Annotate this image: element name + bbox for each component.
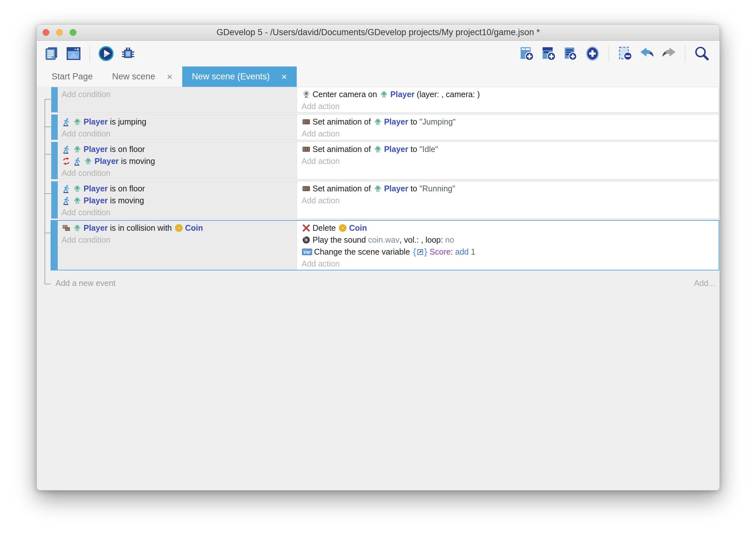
add-condition-button[interactable]: Add condition bbox=[61, 167, 297, 179]
add-comment-button[interactable] bbox=[562, 46, 579, 62]
event-tree-tick bbox=[45, 127, 51, 127]
condition-line[interactable]: Player is moving bbox=[61, 195, 297, 207]
add-condition-button[interactable]: Add condition bbox=[61, 207, 297, 219]
action-line[interactable]: Delete Coin bbox=[302, 222, 719, 234]
actions-cell[interactable]: Set animation of Player to "Idle"Add act… bbox=[297, 142, 719, 179]
add-condition-button[interactable]: Add condition bbox=[61, 234, 297, 246]
event-tree-tick bbox=[45, 99, 51, 100]
action-line[interactable]: VarChange the scene variable {}Score: ad… bbox=[302, 246, 719, 258]
action-line[interactable]: Set animation of Player to "Idle" bbox=[302, 143, 719, 155]
add-action-button[interactable]: Add action bbox=[302, 195, 719, 207]
text-segment: Player bbox=[84, 196, 108, 205]
event-row[interactable]: Add conditionCenter camera on Player (la… bbox=[51, 87, 719, 113]
event-handle[interactable] bbox=[51, 181, 58, 219]
debug-button[interactable] bbox=[120, 46, 136, 62]
text-segment: Center camera on bbox=[313, 90, 379, 99]
text-segment: Play the sound bbox=[313, 235, 368, 245]
zoom-window-button[interactable] bbox=[70, 29, 76, 36]
scene-editor-button[interactable] bbox=[65, 46, 82, 62]
redo-button[interactable] bbox=[661, 46, 677, 62]
text-segment: Set animation of bbox=[313, 145, 373, 154]
player-icon bbox=[73, 117, 82, 126]
close-icon[interactable]: × bbox=[167, 72, 172, 82]
conditions-cell[interactable]: Add condition bbox=[58, 87, 297, 112]
add-action-button[interactable]: Add action bbox=[302, 101, 719, 112]
event-tree-tick bbox=[45, 284, 51, 284]
condition-line[interactable]: Player is in collision with Coin bbox=[61, 222, 297, 234]
conditions-cell[interactable]: Player is in collision with CoinAdd cond… bbox=[58, 221, 297, 270]
action-line[interactable]: Set animation of Player to "Running" bbox=[302, 183, 719, 195]
animation-icon bbox=[302, 117, 311, 126]
event-row[interactable]: Player is in collision with CoinAdd cond… bbox=[51, 221, 719, 270]
play-icon bbox=[98, 46, 114, 62]
delete-event-button[interactable] bbox=[617, 46, 633, 62]
add-button-button[interactable] bbox=[585, 46, 601, 62]
event-row[interactable]: Player is on floorPlayer is movingAdd co… bbox=[51, 181, 719, 219]
action-line[interactable]: Play the sound coin.wav, vol.: , loop: n… bbox=[302, 234, 719, 246]
condition-line[interactable]: Player is jumping bbox=[61, 116, 297, 128]
add-button[interactable]: Add... bbox=[694, 278, 715, 288]
event-handle[interactable] bbox=[51, 114, 58, 140]
delete-icon bbox=[302, 224, 311, 232]
close-window-button[interactable] bbox=[43, 29, 49, 36]
player-icon bbox=[73, 224, 82, 232]
player-icon bbox=[73, 196, 82, 205]
add-condition-button[interactable]: Add condition bbox=[61, 128, 297, 140]
play-button[interactable] bbox=[98, 46, 114, 62]
text-segment: coin.wav bbox=[368, 235, 399, 245]
action-line[interactable]: Center camera on Player (layer: , camera… bbox=[302, 88, 719, 101]
tab-bar: Start PageNew scene×New scene (Events)× bbox=[37, 66, 720, 87]
event-handle[interactable] bbox=[51, 221, 58, 270]
text-segment: : bbox=[451, 247, 455, 257]
conditions-cell[interactable]: Player is on floorPlayer is movingAdd co… bbox=[58, 142, 297, 179]
text-segment: "Idle" bbox=[419, 145, 438, 154]
add-event-button[interactable] bbox=[519, 46, 535, 62]
add-action-button[interactable]: Add action bbox=[302, 258, 719, 270]
event-row[interactable]: Player is on floorPlayer is movingAdd co… bbox=[51, 142, 719, 180]
event-handle[interactable] bbox=[51, 142, 58, 179]
text-segment: Change the scene variable bbox=[314, 247, 412, 257]
tab-new-scene[interactable]: New scene× bbox=[102, 66, 182, 87]
add-condition-button[interactable]: Add condition bbox=[61, 88, 297, 101]
add-subevent-button[interactable] bbox=[541, 46, 557, 62]
add-action-button[interactable]: Add action bbox=[302, 128, 719, 140]
condition-line[interactable]: Player is on floor bbox=[61, 183, 297, 195]
add-action-button[interactable]: Add action bbox=[302, 155, 719, 167]
text-segment: Coin bbox=[185, 223, 203, 233]
tab-new-scene-events[interactable]: New scene (Events)× bbox=[182, 66, 297, 87]
event-tree-tick bbox=[45, 154, 51, 154]
player-icon bbox=[380, 90, 388, 99]
project-manager-button[interactable] bbox=[44, 46, 60, 62]
redo-icon bbox=[661, 46, 677, 62]
condition-line[interactable]: Player is moving bbox=[61, 155, 297, 167]
text-segment: Player bbox=[384, 184, 408, 193]
add-subevent-icon bbox=[541, 46, 557, 62]
text-segment: add bbox=[455, 247, 469, 257]
conditions-cell[interactable]: Player is on floorPlayer is movingAdd co… bbox=[58, 181, 297, 219]
event-handle[interactable] bbox=[51, 87, 58, 112]
tab-start-page[interactable]: Start Page bbox=[42, 66, 102, 87]
actions-cell[interactable]: Set animation of Player to "Running"Add … bbox=[297, 181, 719, 219]
text-segment: Player bbox=[384, 117, 408, 127]
events-panel[interactable]: Add conditionCenter camera on Player (la… bbox=[37, 87, 720, 490]
delete-event-icon bbox=[617, 46, 633, 62]
action-line[interactable]: Set animation of Player to "Jumping" bbox=[302, 116, 719, 128]
conditions-cell[interactable]: Player is jumpingAdd condition bbox=[58, 114, 297, 140]
search-button[interactable] bbox=[694, 46, 709, 62]
actions-cell[interactable]: Center camera on Player (layer: , camera… bbox=[297, 87, 719, 112]
actions-cell[interactable]: Set animation of Player to "Jumping"Add … bbox=[297, 114, 719, 140]
player-icon bbox=[373, 145, 382, 154]
condition-line[interactable]: Player is on floor bbox=[61, 143, 297, 155]
undo-button[interactable] bbox=[639, 46, 655, 62]
add-comment-icon bbox=[562, 46, 579, 62]
event-row[interactable]: Player is jumpingAdd conditionSet animat… bbox=[51, 114, 719, 140]
close-icon[interactable]: × bbox=[281, 72, 287, 82]
variable-badge-icon: Var bbox=[302, 248, 312, 255]
actions-cell[interactable]: Delete CoinPlay the sound coin.wav, vol.… bbox=[297, 221, 719, 270]
player-icon bbox=[84, 157, 93, 166]
add-new-event-button[interactable]: Add a new event bbox=[56, 278, 115, 288]
text-segment: is on floor bbox=[108, 145, 145, 154]
invert-icon bbox=[62, 157, 71, 166]
platformer-icon bbox=[73, 157, 82, 166]
minimize-window-button[interactable] bbox=[56, 29, 63, 36]
